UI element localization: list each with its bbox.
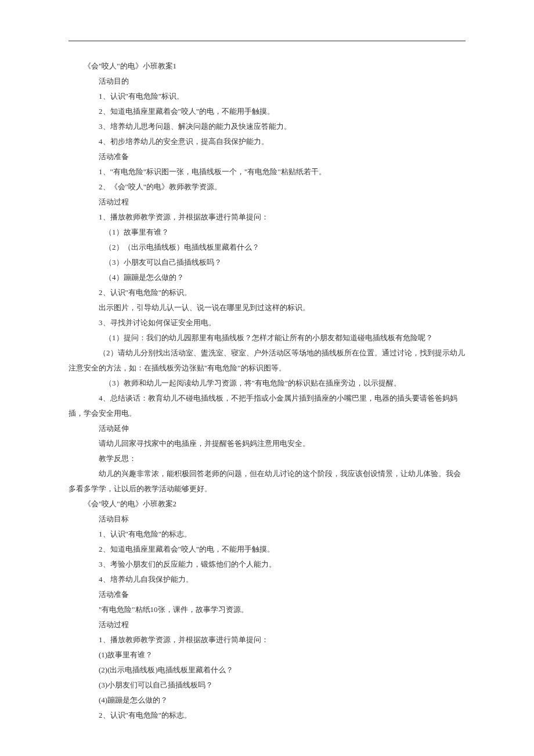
- plan1-title: 《会"咬人"的电》小班教案1: [68, 59, 466, 74]
- plan2-proc-2: 2、认识"有电危险"的标志。: [68, 708, 466, 723]
- plan1-ref-1: 幼儿的兴趣非常浓，能积极回答老师的问题，但在幼儿讨论的这个阶段，我应该创设情景，…: [68, 466, 466, 496]
- plan2-proc-1-1: (1)故事里有谁？: [68, 647, 466, 663]
- plan2-goal-1: 1、认识"有电危险"的标志。: [68, 527, 466, 542]
- plan1-goal-3: 3、培养幼儿思考问题、解决问题的能力及快速应答能力。: [68, 119, 466, 134]
- plan1-proc-1-1: （1）故事里有谁？: [68, 225, 466, 240]
- plan1-proc-2: 2、认识"有电危险"的标识。: [68, 285, 466, 300]
- plan2-goals-heading: 活动目标: [68, 512, 466, 527]
- plan1-proc-1-4: （4）蹦蹦是怎么做的？: [68, 270, 466, 285]
- document-body: 《会"咬人"的电》小班教案1 活动目的 1、认识"有电危险"标识。 2、知道电插…: [68, 59, 466, 723]
- plan1-goal-2: 2、知道电插座里藏着会"咬人"的电，不能用手触摸。: [68, 104, 466, 119]
- plan1-goal-4: 4、初步培养幼儿的安全意识，提高自我保护能力。: [68, 134, 466, 149]
- plan2-proc-1-4: (4)蹦蹦是怎么做的？: [68, 693, 466, 708]
- plan1-prep-2: 2、《会"咬人"的电》教师教学资源。: [68, 179, 466, 195]
- plan1-proc-3: 3、寻找并讨论如何保证安全用电。: [68, 315, 466, 330]
- plan1-ext-heading: 活动延伸: [68, 421, 466, 436]
- plan1-proc-1: 1、播放教师教学资源，并根据故事进行简单提问：: [68, 210, 466, 225]
- plan1-proc-3-2: （2）请幼儿分别找出活动室、盥洗室、寝室、户外活动区等场地的插线板所在位置。通过…: [68, 345, 466, 376]
- plan2-prep-1: "有电危险"粘纸10张，课件，故事学习资源。: [68, 602, 466, 617]
- plan2-proc-1: 1、播放教师教学资源，并根据故事进行简单提问：: [68, 632, 466, 647]
- plan2-proc-1-2: (2)(出示电插线板)电插线板里藏着什么？: [68, 663, 466, 678]
- plan2-proc-heading: 活动过程: [68, 617, 466, 632]
- plan1-goals-heading: 活动目的: [68, 74, 466, 89]
- plan1-proc-2-1: 出示图片，引导幼儿认一认、说一说在哪里见到过这样的标识。: [68, 300, 466, 315]
- plan1-ext-1: 请幼儿回家寻找家中的电插座，并提醒爸爸妈妈注意用电安全。: [68, 436, 466, 451]
- plan2-proc-1-3: (3)小朋友们可以自己插插线板吗？: [68, 678, 466, 693]
- plan1-prep-heading: 活动准备: [68, 149, 466, 164]
- plan2-prep-heading: 活动准备: [68, 587, 466, 602]
- plan2-goal-2: 2、知道电插座里藏着会"咬人"的电，不能用手触摸。: [68, 542, 466, 557]
- plan1-goal-1: 1、认识"有电危险"标识。: [68, 89, 466, 104]
- plan1-proc-4: 4、总结谈话：教育幼儿不碰电插线板，不把手指或小金属片插到插座的小嘴巴里，电器的…: [68, 391, 466, 421]
- plan1-proc-1-3: （3）小朋友可以自己插插线板吗？: [68, 255, 466, 270]
- plan2-goal-4: 4、培养幼儿自我保护能力。: [68, 572, 466, 587]
- plan1-ref-heading: 教学反思：: [68, 451, 466, 466]
- plan2-goal-3: 3、考验小朋友们的反应能力，锻炼他们的个人能力。: [68, 557, 466, 572]
- plan1-proc-3-3: （3）教师和幼儿一起阅读幼儿学习资源，将"有电危险"的标识贴在插座旁边，以示提醒…: [68, 376, 466, 391]
- plan1-proc-1-2: （2）（出示电插线板）电插线板里藏着什么？: [68, 240, 466, 255]
- plan2-title: 《会"咬人"的电》小班教案2: [68, 496, 466, 512]
- plan1-proc-heading: 活动过程: [68, 195, 466, 210]
- plan1-prep-1: 1、"有电危险"标识图一张，电插线板一个，"有电危险"粘贴纸若干。: [68, 164, 466, 179]
- top-divider: [68, 41, 466, 41]
- plan1-proc-3-1: （1）提问：我们的幼儿园那里有电插线板？怎样才能让所有的小朋友都知道碰电插线板有…: [68, 330, 466, 345]
